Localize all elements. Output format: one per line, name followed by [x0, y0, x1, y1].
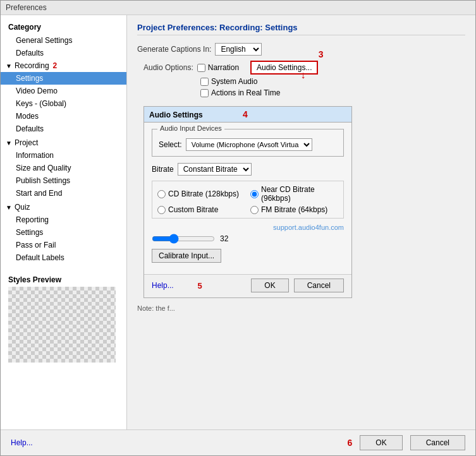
- audio-options-row: Audio Options: Narration Audio Settings.…: [143, 61, 465, 97]
- main-help-link[interactable]: Help...: [11, 438, 33, 447]
- sidebar-item-modes[interactable]: Modes: [1, 110, 126, 123]
- notes-area: Note: the f...: [137, 304, 264, 312]
- styles-preview-label: Styles Preview: [8, 275, 119, 284]
- annotation-3: 3: [319, 49, 324, 59]
- bitrate-row: Bitrate Constant Bitrate Variable Bitrat…: [152, 163, 344, 176]
- dialog-button-group: OK Cancel: [251, 279, 344, 292]
- sidebar-item-information[interactable]: Information: [1, 149, 126, 162]
- generate-captions-select[interactable]: English French Spanish: [215, 43, 262, 56]
- sidebar-group-project-label: Project: [15, 138, 38, 147]
- preferences-window: Preferences Category General Settings De…: [0, 0, 476, 456]
- sidebar-item-pass-fail[interactable]: Pass or Fail: [1, 239, 126, 251]
- dialog-help-link[interactable]: Help...: [152, 281, 174, 290]
- triangle-project-icon: ▼: [6, 140, 12, 147]
- sidebar-category-label: Category: [1, 20, 126, 34]
- main-cancel-button[interactable]: Cancel: [410, 435, 465, 450]
- audio-options-label: Audio Options:: [143, 63, 193, 72]
- sidebar-item-keys-global[interactable]: Keys - (Global): [1, 97, 126, 110]
- sidebar-item-reporting[interactable]: Reporting: [1, 213, 126, 226]
- sidebar-item-size-quality[interactable]: Size and Quality: [1, 162, 126, 174]
- radio-fm-bitrate-input[interactable]: [250, 206, 259, 214]
- main-ok-button[interactable]: OK: [360, 435, 402, 450]
- sidebar-item-general-settings[interactable]: General Settings: [1, 34, 126, 47]
- system-audio-checkbox[interactable]: [200, 78, 209, 86]
- sidebar-group-quiz: ▼ Quiz Reporting Settings Pass or Fail D…: [1, 201, 126, 264]
- dialog-title: Audio Settings: [149, 111, 203, 119]
- slider-row: 32: [152, 234, 344, 244]
- actions-real-time-text: Actions in Real Time: [211, 88, 280, 97]
- radio-near-cd-input[interactable]: [250, 190, 259, 198]
- styles-preview-box: [8, 287, 116, 363]
- sidebar-item-defaults-recording[interactable]: Defaults: [1, 123, 126, 135]
- system-audio-label[interactable]: System Audio: [200, 77, 280, 86]
- audio-input-devices-legend: Audio Input Devices: [157, 124, 224, 132]
- title-bar: Preferences: [1, 1, 475, 15]
- narration-label: Narration: [208, 63, 239, 72]
- sidebar-group-recording-header[interactable]: ▼ Recording 2: [1, 59, 126, 72]
- bitrate-label: Bitrate: [152, 165, 174, 174]
- arrow-down-icon: ↓: [300, 69, 305, 81]
- device-select-label: Select:: [159, 140, 182, 149]
- bitrate-select[interactable]: Constant Bitrate Variable Bitrate: [178, 163, 252, 176]
- narration-checkbox-label[interactable]: Narration: [197, 63, 239, 72]
- radio-fm-bitrate[interactable]: FM Bitrate (64kbps): [250, 205, 338, 214]
- sidebar: Category General Settings Defaults ▼ Rec…: [1, 15, 127, 429]
- generate-captions-row: Generate Captions In: English French Spa…: [137, 43, 465, 56]
- notes-text: Note: the f...: [137, 304, 175, 312]
- sidebar-group-quiz-header[interactable]: ▼ Quiz: [1, 201, 126, 213]
- recording-badge: 2: [53, 61, 58, 70]
- radio-fm-bitrate-label: FM Bitrate (64kbps): [261, 205, 327, 214]
- annotation-4: 4: [243, 109, 248, 119]
- sidebar-item-settings[interactable]: Settings: [1, 72, 126, 85]
- audio-settings-button[interactable]: Audio Settings...: [250, 61, 318, 75]
- bottom-bar: Help... 6 OK Cancel: [1, 429, 475, 455]
- dialog-footer: Help... 5 OK Cancel: [144, 274, 351, 297]
- sidebar-item-video-demo[interactable]: Video Demo: [1, 85, 126, 97]
- radio-near-cd[interactable]: Near CD Bitrate (96kbps): [250, 185, 338, 203]
- actions-real-time-checkbox[interactable]: [200, 89, 209, 97]
- audio-input-devices-section: Audio Input Devices Select: Volume (Micr…: [152, 129, 344, 157]
- sidebar-item-publish-settings[interactable]: Publish Settings: [1, 174, 126, 187]
- watermark: support.audio4fun.com: [152, 224, 344, 231]
- sidebar-item-quiz-settings[interactable]: Settings: [1, 226, 126, 239]
- dialog-body: Audio Input Devices Select: Volume (Micr…: [144, 123, 351, 274]
- device-select[interactable]: Volume (Microphone (Avsoft Virtual Audi): [186, 138, 312, 151]
- sidebar-group-recording-label: Recording: [15, 61, 49, 70]
- audio-settings-dialog: Audio Settings 4 Audio Input Devices Sel…: [143, 106, 352, 298]
- radio-custom-bitrate-input[interactable]: [157, 206, 166, 214]
- radio-custom-bitrate-label: Custom Bitrate: [168, 205, 218, 214]
- triangle-recording-icon: ▼: [6, 63, 12, 69]
- calibrate-button[interactable]: Calibrate Input...: [152, 249, 221, 263]
- annotation-5: 5: [197, 281, 202, 291]
- main-panel: Project Preferences: Recording: Settings…: [127, 15, 475, 429]
- bitrate-options-grid: CD Bitrate (128kbps) Near CD Bitrate (96…: [152, 181, 344, 219]
- generate-captions-label: Generate Captions In:: [137, 45, 211, 54]
- radio-cd-bitrate-input[interactable]: [157, 190, 166, 198]
- sidebar-group-recording: ▼ Recording 2 Settings Video Demo Keys -…: [1, 59, 126, 135]
- slider-value: 32: [220, 234, 228, 243]
- triangle-quiz-icon: ▼: [6, 204, 12, 211]
- radio-cd-bitrate-label: CD Bitrate (128kbps): [168, 189, 239, 198]
- smooth-slider[interactable]: [152, 234, 215, 244]
- radio-cd-bitrate[interactable]: CD Bitrate (128kbps): [157, 185, 245, 203]
- device-select-row: Select: Volume (Microphone (Avsoft Virtu…: [159, 138, 337, 151]
- narration-checkbox[interactable]: [197, 64, 205, 72]
- panel-title: Project Preferences: Recording: Settings: [137, 23, 465, 35]
- dialog-title-bar: Audio Settings 4: [144, 107, 351, 123]
- sidebar-item-default-labels[interactable]: Default Labels: [1, 251, 126, 264]
- sidebar-group-project-header[interactable]: ▼ Project: [1, 136, 126, 149]
- sidebar-group-project: ▼ Project Information Size and Quality P…: [1, 136, 126, 200]
- system-audio-text: System Audio: [211, 77, 257, 86]
- radio-near-cd-label: Near CD Bitrate (96kbps): [261, 185, 338, 203]
- sidebar-item-defaults-top[interactable]: Defaults: [1, 47, 126, 59]
- actions-real-time-label[interactable]: Actions in Real Time: [200, 88, 280, 97]
- dialog-cancel-button[interactable]: Cancel: [294, 279, 344, 292]
- radio-custom-bitrate[interactable]: Custom Bitrate: [157, 205, 245, 214]
- sidebar-item-start-end[interactable]: Start and End: [1, 187, 126, 200]
- window-title: Preferences: [6, 3, 47, 12]
- dialog-ok-button[interactable]: OK: [251, 279, 288, 292]
- sidebar-group-quiz-label: Quiz: [15, 203, 30, 212]
- annotation-6: 6: [348, 438, 353, 448]
